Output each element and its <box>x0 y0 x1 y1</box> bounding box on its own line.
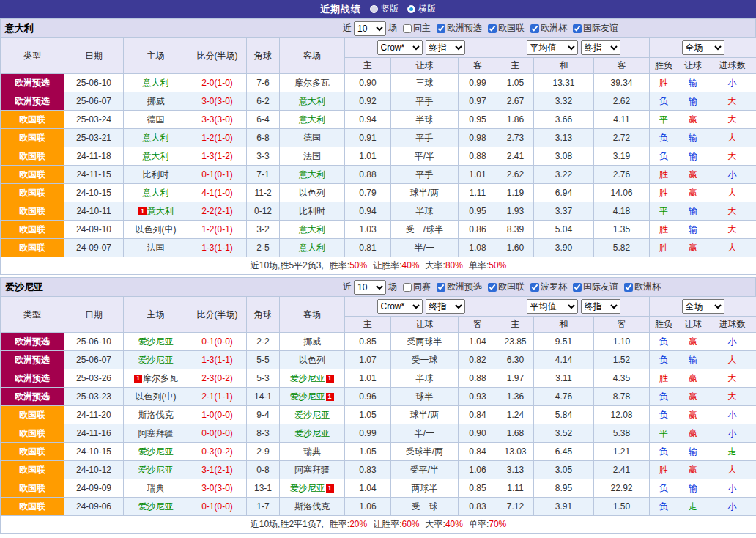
topbar: 近期战绩 竖版 横版 <box>0 0 756 18</box>
recent-count-select[interactable]: 10 <box>354 280 386 295</box>
filter-checkbox[interactable] <box>530 283 539 292</box>
filter-checkbox[interactable] <box>437 283 445 292</box>
result-cell: 输 <box>678 221 708 239</box>
filter-option[interactable]: 国际友谊 <box>573 22 618 34</box>
odds-cell: 0.85 <box>345 333 391 351</box>
odds-cell: 6.94 <box>534 184 594 202</box>
avg-stage-select[interactable]: 终指 <box>581 299 620 314</box>
filter-option[interactable]: 欧洲预选 <box>437 281 482 293</box>
filter-option[interactable]: 欧国联 <box>488 281 525 293</box>
filter-option[interactable]: 欧国联 <box>488 22 525 34</box>
league-cell: 欧国联 <box>1 424 64 443</box>
odds-cell: 14.06 <box>594 184 650 202</box>
filter-option-label: 欧国联 <box>498 281 525 293</box>
odds-cell: 0.91 <box>345 129 391 147</box>
result-cell: 赢 <box>678 184 708 202</box>
filter-checkbox[interactable] <box>573 283 582 292</box>
filter-checkbox[interactable] <box>488 24 497 33</box>
team-name: 爱沙尼亚 <box>138 465 174 475</box>
scope-select[interactable]: 全场 <box>682 40 724 55</box>
summary-stat: 胜率:50% <box>330 260 367 270</box>
odds-cell: 两球半 <box>391 479 459 498</box>
team-name: 法国 <box>303 151 321 161</box>
date-cell: 25-03-24 <box>64 111 124 129</box>
filter-option[interactable]: 同主 <box>403 22 431 34</box>
filter-option[interactable]: 国际友谊 <box>573 281 618 293</box>
filter-checkbox[interactable] <box>403 24 412 33</box>
filter-checkbox[interactable] <box>403 283 412 292</box>
filter-option[interactable]: 欧洲预选 <box>437 22 482 34</box>
odds-stage-select[interactable]: 终指 <box>426 40 465 55</box>
odds-cell: 受一球 <box>391 498 459 516</box>
score-cell: 2-0(1-0) <box>188 74 247 92</box>
filter-option[interactable]: 同赛 <box>403 281 431 293</box>
summary-stat: 让胜率:60% <box>373 519 419 529</box>
layout-option-vertical[interactable]: 竖版 <box>370 3 399 15</box>
scope-select[interactable]: 全场 <box>682 299 724 314</box>
team-name: 以色列(中) <box>136 224 177 235</box>
odds-cell: 1.97 <box>497 369 534 388</box>
avg-stage-select[interactable]: 终指 <box>581 40 620 55</box>
match-row: 欧国联24-11-16阿塞拜疆0-0(0-0)8-3爱沙尼亚0.99半/一0.9… <box>1 424 756 443</box>
summary-row: 近10场,胜2平1负7,胜率:20%让胜率:60%大率:40%单率:70% <box>1 516 756 534</box>
odds-cell: 2.67 <box>497 92 534 111</box>
radio-icon[interactable] <box>370 5 378 13</box>
filter-checkbox[interactable] <box>437 24 445 33</box>
filter-option[interactable]: 欧洲杯 <box>624 281 661 293</box>
filter-checkbox[interactable] <box>530 24 539 33</box>
odds-cell: 3.32 <box>534 92 594 111</box>
filter-checkbox[interactable] <box>624 283 633 292</box>
match-row: 欧国联24-11-18意大利1-3(1-2)3-3法国1.01平/半0.882.… <box>1 147 756 166</box>
result-cell: 赢 <box>678 406 708 424</box>
sub-column-header: 胜负 <box>650 317 678 333</box>
home-team-cell: 斯洛伐克 <box>124 406 188 424</box>
corners-cell: 13-1 <box>247 479 280 498</box>
match-row: 欧洲预选25-06-10爱沙尼亚0-1(0-0)2-2挪威0.85受两球半1.0… <box>1 333 756 351</box>
filter-option[interactable]: 欧洲杯 <box>530 22 567 34</box>
filter-option-label: 同主 <box>413 22 431 34</box>
away-team-cell: 意大利 <box>280 166 345 184</box>
filter-checkbox[interactable] <box>488 283 497 292</box>
odds-cell: 1.19 <box>497 184 534 202</box>
league-cell: 欧国联 <box>1 184 64 202</box>
score-cell: 0-3(0-2) <box>188 443 247 461</box>
handicap-odds-group-header: Crow*终指 <box>345 38 497 58</box>
column-header: 日期 <box>64 38 124 74</box>
results-table: 类型日期主场比分(半场)角球客场Crow*终指平均值终指全场主让球客主和客胜负让… <box>0 37 756 275</box>
team-name: 意大利 <box>299 169 325 180</box>
odds-cell: 0.81 <box>345 239 391 257</box>
average-select[interactable]: 平均值 <box>527 40 578 55</box>
radio-icon[interactable] <box>407 5 415 13</box>
bookmaker-select[interactable]: Crow* <box>377 299 423 314</box>
away-team-cell: 以色列 <box>280 351 345 369</box>
team-name: 意大利 <box>299 243 325 253</box>
result-cell: 输 <box>678 74 708 92</box>
date-cell: 24-10-15 <box>64 443 124 461</box>
odds-cell: 4.35 <box>594 369 650 388</box>
bookmaker-select[interactable]: Crow* <box>377 40 423 55</box>
odds-cell: 4.14 <box>534 351 594 369</box>
result-cell: 大 <box>708 388 756 406</box>
average-select[interactable]: 平均值 <box>527 299 578 314</box>
league-cell: 欧国联 <box>1 129 64 147</box>
odds-cell: 9.51 <box>534 333 594 351</box>
filter-option-label: 欧洲预选 <box>447 22 482 34</box>
filter-option-label: 欧洲杯 <box>541 22 567 34</box>
result-cell: 输 <box>678 92 708 111</box>
filter-option[interactable]: 波罗杯 <box>530 281 567 293</box>
date-cell: 24-11-15 <box>64 166 124 184</box>
odds-stage-select[interactable]: 终指 <box>426 299 465 314</box>
date-cell: 24-09-07 <box>64 239 124 257</box>
section-header-bar: 爱沙尼亚近10场同赛欧洲预选欧国联波罗杯国际友谊欧洲杯 <box>0 277 756 296</box>
result-cell: 大 <box>708 111 756 129</box>
layout-option-horizontal[interactable]: 横版 <box>407 3 436 15</box>
recent-count-select[interactable]: 10 <box>354 21 386 36</box>
result-cell: 大 <box>708 351 756 369</box>
result-cell: 平 <box>650 111 678 129</box>
odds-cell: 13.31 <box>534 74 594 92</box>
team-name: 爱沙尼亚 <box>294 428 330 438</box>
team-name: 比利时 <box>143 169 169 180</box>
odds-cell: 0.88 <box>459 369 497 388</box>
filter-checkbox[interactable] <box>573 24 582 33</box>
odds-cell: 半球 <box>391 369 459 388</box>
